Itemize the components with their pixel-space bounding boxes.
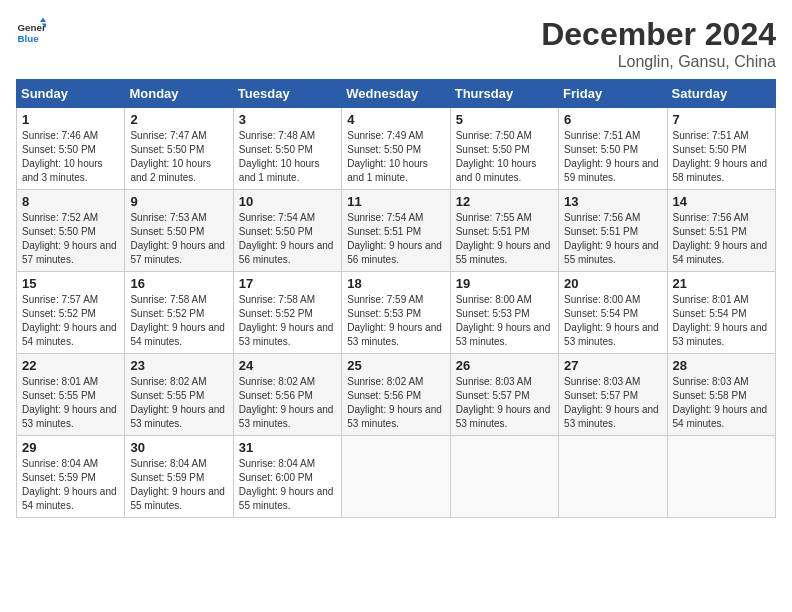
calendar-cell	[342, 436, 450, 518]
day-number: 14	[673, 194, 770, 209]
day-info: Sunrise: 8:02 AMSunset: 5:56 PMDaylight:…	[347, 375, 444, 431]
calendar-cell: 22Sunrise: 8:01 AMSunset: 5:55 PMDayligh…	[17, 354, 125, 436]
day-number: 5	[456, 112, 553, 127]
calendar-cell: 23Sunrise: 8:02 AMSunset: 5:55 PMDayligh…	[125, 354, 233, 436]
title-area: December 2024 Longlin, Gansu, China	[541, 16, 776, 71]
calendar-week-row: 22Sunrise: 8:01 AMSunset: 5:55 PMDayligh…	[17, 354, 776, 436]
weekday-header-sunday: Sunday	[17, 80, 125, 108]
day-number: 4	[347, 112, 444, 127]
day-number: 27	[564, 358, 661, 373]
day-info: Sunrise: 7:46 AMSunset: 5:50 PMDaylight:…	[22, 129, 119, 185]
day-number: 30	[130, 440, 227, 455]
day-info: Sunrise: 7:52 AMSunset: 5:50 PMDaylight:…	[22, 211, 119, 267]
calendar-cell	[450, 436, 558, 518]
calendar-cell: 20Sunrise: 8:00 AMSunset: 5:54 PMDayligh…	[559, 272, 667, 354]
day-number: 29	[22, 440, 119, 455]
logo: General Blue	[16, 16, 46, 46]
day-number: 11	[347, 194, 444, 209]
weekday-header-thursday: Thursday	[450, 80, 558, 108]
day-info: Sunrise: 7:48 AMSunset: 5:50 PMDaylight:…	[239, 129, 336, 185]
calendar-cell: 24Sunrise: 8:02 AMSunset: 5:56 PMDayligh…	[233, 354, 341, 436]
calendar-cell: 15Sunrise: 7:57 AMSunset: 5:52 PMDayligh…	[17, 272, 125, 354]
day-info: Sunrise: 8:04 AMSunset: 6:00 PMDaylight:…	[239, 457, 336, 513]
day-number: 15	[22, 276, 119, 291]
calendar-cell: 8Sunrise: 7:52 AMSunset: 5:50 PMDaylight…	[17, 190, 125, 272]
calendar-cell: 11Sunrise: 7:54 AMSunset: 5:51 PMDayligh…	[342, 190, 450, 272]
day-number: 6	[564, 112, 661, 127]
day-info: Sunrise: 7:51 AMSunset: 5:50 PMDaylight:…	[564, 129, 661, 185]
day-number: 17	[239, 276, 336, 291]
calendar-cell: 27Sunrise: 8:03 AMSunset: 5:57 PMDayligh…	[559, 354, 667, 436]
day-info: Sunrise: 7:54 AMSunset: 5:50 PMDaylight:…	[239, 211, 336, 267]
day-info: Sunrise: 7:54 AMSunset: 5:51 PMDaylight:…	[347, 211, 444, 267]
weekday-header-saturday: Saturday	[667, 80, 775, 108]
day-info: Sunrise: 7:53 AMSunset: 5:50 PMDaylight:…	[130, 211, 227, 267]
calendar-cell: 16Sunrise: 7:58 AMSunset: 5:52 PMDayligh…	[125, 272, 233, 354]
calendar-cell: 1Sunrise: 7:46 AMSunset: 5:50 PMDaylight…	[17, 108, 125, 190]
calendar-cell: 18Sunrise: 7:59 AMSunset: 5:53 PMDayligh…	[342, 272, 450, 354]
day-number: 3	[239, 112, 336, 127]
day-info: Sunrise: 7:56 AMSunset: 5:51 PMDaylight:…	[673, 211, 770, 267]
calendar-cell: 5Sunrise: 7:50 AMSunset: 5:50 PMDaylight…	[450, 108, 558, 190]
calendar-cell: 3Sunrise: 7:48 AMSunset: 5:50 PMDaylight…	[233, 108, 341, 190]
day-number: 20	[564, 276, 661, 291]
day-number: 1	[22, 112, 119, 127]
day-number: 9	[130, 194, 227, 209]
weekday-header-friday: Friday	[559, 80, 667, 108]
day-info: Sunrise: 7:55 AMSunset: 5:51 PMDaylight:…	[456, 211, 553, 267]
day-info: Sunrise: 8:03 AMSunset: 5:57 PMDaylight:…	[456, 375, 553, 431]
calendar-cell: 10Sunrise: 7:54 AMSunset: 5:50 PMDayligh…	[233, 190, 341, 272]
svg-text:Blue: Blue	[18, 33, 40, 44]
day-info: Sunrise: 8:03 AMSunset: 5:58 PMDaylight:…	[673, 375, 770, 431]
day-info: Sunrise: 8:01 AMSunset: 5:55 PMDaylight:…	[22, 375, 119, 431]
day-info: Sunrise: 7:51 AMSunset: 5:50 PMDaylight:…	[673, 129, 770, 185]
calendar-subtitle: Longlin, Gansu, China	[541, 53, 776, 71]
day-info: Sunrise: 7:47 AMSunset: 5:50 PMDaylight:…	[130, 129, 227, 185]
weekday-header-tuesday: Tuesday	[233, 80, 341, 108]
day-number: 23	[130, 358, 227, 373]
calendar-cell: 9Sunrise: 7:53 AMSunset: 5:50 PMDaylight…	[125, 190, 233, 272]
day-number: 31	[239, 440, 336, 455]
day-info: Sunrise: 8:00 AMSunset: 5:53 PMDaylight:…	[456, 293, 553, 349]
day-number: 13	[564, 194, 661, 209]
calendar-cell: 13Sunrise: 7:56 AMSunset: 5:51 PMDayligh…	[559, 190, 667, 272]
day-number: 25	[347, 358, 444, 373]
day-info: Sunrise: 8:04 AMSunset: 5:59 PMDaylight:…	[130, 457, 227, 513]
calendar-cell: 25Sunrise: 8:02 AMSunset: 5:56 PMDayligh…	[342, 354, 450, 436]
day-info: Sunrise: 8:02 AMSunset: 5:55 PMDaylight:…	[130, 375, 227, 431]
day-number: 12	[456, 194, 553, 209]
weekday-header-wednesday: Wednesday	[342, 80, 450, 108]
calendar-cell: 26Sunrise: 8:03 AMSunset: 5:57 PMDayligh…	[450, 354, 558, 436]
day-number: 18	[347, 276, 444, 291]
calendar-table: SundayMondayTuesdayWednesdayThursdayFrid…	[16, 79, 776, 518]
calendar-title: December 2024	[541, 16, 776, 53]
calendar-cell	[667, 436, 775, 518]
day-info: Sunrise: 7:57 AMSunset: 5:52 PMDaylight:…	[22, 293, 119, 349]
logo-icon: General Blue	[16, 16, 46, 46]
day-number: 16	[130, 276, 227, 291]
day-number: 19	[456, 276, 553, 291]
day-number: 2	[130, 112, 227, 127]
calendar-cell: 28Sunrise: 8:03 AMSunset: 5:58 PMDayligh…	[667, 354, 775, 436]
weekday-header-monday: Monday	[125, 80, 233, 108]
weekday-header-row: SundayMondayTuesdayWednesdayThursdayFrid…	[17, 80, 776, 108]
calendar-cell: 12Sunrise: 7:55 AMSunset: 5:51 PMDayligh…	[450, 190, 558, 272]
day-number: 21	[673, 276, 770, 291]
day-info: Sunrise: 7:59 AMSunset: 5:53 PMDaylight:…	[347, 293, 444, 349]
calendar-week-row: 29Sunrise: 8:04 AMSunset: 5:59 PMDayligh…	[17, 436, 776, 518]
calendar-week-row: 15Sunrise: 7:57 AMSunset: 5:52 PMDayligh…	[17, 272, 776, 354]
calendar-cell: 14Sunrise: 7:56 AMSunset: 5:51 PMDayligh…	[667, 190, 775, 272]
day-number: 24	[239, 358, 336, 373]
calendar-cell: 2Sunrise: 7:47 AMSunset: 5:50 PMDaylight…	[125, 108, 233, 190]
day-number: 10	[239, 194, 336, 209]
day-info: Sunrise: 8:02 AMSunset: 5:56 PMDaylight:…	[239, 375, 336, 431]
svg-marker-2	[40, 18, 46, 23]
day-info: Sunrise: 7:58 AMSunset: 5:52 PMDaylight:…	[130, 293, 227, 349]
day-number: 7	[673, 112, 770, 127]
day-info: Sunrise: 7:50 AMSunset: 5:50 PMDaylight:…	[456, 129, 553, 185]
day-number: 22	[22, 358, 119, 373]
calendar-cell: 6Sunrise: 7:51 AMSunset: 5:50 PMDaylight…	[559, 108, 667, 190]
calendar-week-row: 1Sunrise: 7:46 AMSunset: 5:50 PMDaylight…	[17, 108, 776, 190]
day-info: Sunrise: 8:03 AMSunset: 5:57 PMDaylight:…	[564, 375, 661, 431]
calendar-cell: 19Sunrise: 8:00 AMSunset: 5:53 PMDayligh…	[450, 272, 558, 354]
